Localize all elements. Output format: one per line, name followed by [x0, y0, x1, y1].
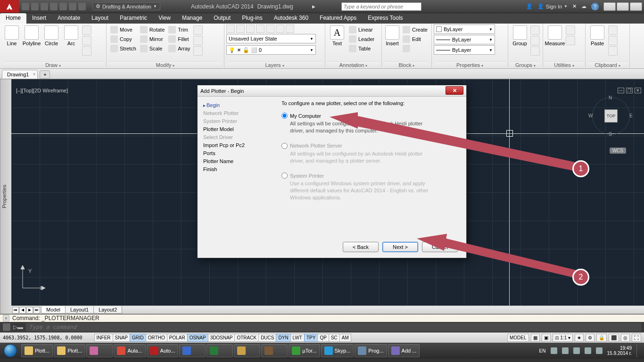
explode-button[interactable] — [193, 36, 203, 45]
toggle-am[interactable]: AM — [339, 334, 351, 342]
color-combo[interactable]: ByLayer▼ — [434, 25, 495, 34]
radio-network-server[interactable] — [281, 143, 288, 149]
edit-block-button[interactable]: Edit — [402, 35, 429, 43]
annotation-scale[interactable]: ⚖ 1:1 ▾ — [553, 334, 573, 342]
paste-button[interactable]: Paste — [587, 25, 607, 47]
insert-block-button[interactable]: Insert — [384, 25, 401, 47]
taskbar-item[interactable]: Plott... — [21, 344, 53, 357]
qat-redo-icon[interactable] — [78, 3, 86, 10]
ribbon-tab-a360[interactable]: Autodesk 360 — [268, 13, 314, 24]
toggle-qp[interactable]: QP — [317, 334, 329, 342]
taskbar-item[interactable] — [179, 344, 206, 357]
leader-button[interactable]: Leader — [348, 35, 375, 43]
document-tab[interactable]: Drawing1× — [2, 70, 38, 79]
viewcube[interactable]: TOP N S E W — [592, 97, 630, 135]
toggle-snap[interactable]: SNAP — [113, 334, 130, 342]
minimize-button[interactable]: — — [603, 2, 616, 11]
layer-match-icon[interactable] — [286, 25, 294, 33]
ungroup-button[interactable] — [530, 25, 540, 35]
panel-title-block[interactable]: Block — [384, 61, 429, 68]
cmd-options-icon[interactable] — [3, 323, 10, 331]
quick-calc-button[interactable] — [566, 36, 575, 45]
help-search-input[interactable] — [341, 2, 421, 11]
fillet-button[interactable]: Fillet — [167, 35, 191, 43]
linear-dim-button[interactable]: Linear — [348, 25, 375, 34]
layer-freeze-icon[interactable] — [256, 25, 264, 33]
offset-button[interactable] — [193, 46, 203, 56]
taskbar-item[interactable]: Aula... — [114, 344, 145, 357]
radio-system-printer[interactable] — [281, 173, 288, 179]
taskbar-item[interactable] — [206, 344, 233, 357]
polyline-button[interactable]: Polyline — [22, 25, 41, 47]
layer-prop-icon[interactable] — [226, 25, 235, 33]
back-button[interactable]: < Back — [343, 242, 379, 252]
tab-layout2[interactable]: Layout2 — [93, 306, 122, 313]
close-tab-icon[interactable]: × — [33, 72, 36, 77]
tray-action-icon[interactable] — [585, 347, 591, 354]
panel-title-modify[interactable]: Modify — [108, 61, 222, 68]
app-menu-button[interactable] — [0, 0, 19, 13]
taskbar-item[interactable]: Skyp... — [321, 344, 354, 357]
ribbon-tab-insert[interactable]: Insert — [26, 13, 52, 24]
table-button[interactable]: Table — [348, 44, 375, 53]
toggle-polar[interactable]: POLAR — [167, 334, 188, 342]
group-edit-button[interactable] — [530, 36, 540, 45]
ribbon-tab-output[interactable]: Output — [208, 13, 236, 24]
new-tab-button[interactable]: + — [40, 70, 50, 79]
taskbar-item[interactable]: Plott... — [54, 344, 85, 357]
doc-close-button[interactable]: ✕ — [635, 88, 641, 93]
ribbon-tab-annotate[interactable]: Annotate — [52, 13, 86, 24]
layer-lock-icon[interactable] — [266, 25, 274, 33]
workspace-selector[interactable]: ⚙ Drafting & Annotation ▼ — [92, 2, 160, 10]
ribbon-tab-featured[interactable]: Featured Apps — [314, 13, 362, 24]
toggle-infer[interactable]: INFER — [94, 334, 113, 342]
circle-button[interactable]: Circle — [41, 25, 61, 47]
copy-clip-button[interactable] — [608, 36, 618, 45]
doc-minimize-button[interactable]: — — [618, 88, 624, 93]
line-button[interactable]: Line — [2, 25, 22, 47]
show-desktop-button[interactable] — [636, 344, 640, 357]
close-cmd-history-icon[interactable]: × — [3, 315, 9, 321]
qat-plot-icon[interactable] — [59, 3, 67, 10]
doc-restore-button[interactable]: ❐ — [626, 88, 633, 93]
edit-attrib-button[interactable] — [402, 44, 429, 53]
panel-title-draw[interactable]: Draw — [2, 61, 104, 68]
quickview-layouts-icon[interactable]: ▦ — [531, 334, 540, 342]
ribbon-tab-layout[interactable]: Layout — [86, 13, 114, 24]
toggle-tpy[interactable]: TPY — [304, 334, 318, 342]
language-indicator[interactable]: EN — [539, 348, 546, 354]
taskbar-item[interactable]: µTor... — [289, 344, 320, 357]
measure-button[interactable]: Measure — [545, 25, 565, 47]
stretch-button[interactable]: Stretch — [109, 44, 137, 53]
toggle-3dosnap[interactable]: 3DOSNAP — [208, 334, 235, 342]
qat-open-icon[interactable] — [31, 3, 39, 10]
sign-in-button[interactable]: 👤Sign In▼ — [537, 3, 568, 9]
dialog-titlebar[interactable]: Add Plotter - Begin ✕ — [198, 85, 466, 97]
quickview-drawings-icon[interactable]: ▣ — [542, 334, 551, 342]
cut-button[interactable] — [608, 25, 618, 35]
exchange-icon[interactable]: ✕ — [572, 3, 577, 9]
rect-button[interactable] — [82, 25, 91, 35]
toggle-grid[interactable]: GRID — [130, 334, 146, 342]
lock-ui-icon[interactable]: 🔒 — [596, 334, 607, 342]
layer-off-icon[interactable] — [276, 25, 284, 33]
tab-model[interactable]: Model — [41, 306, 66, 313]
layer-states-icon[interactable] — [236, 25, 245, 33]
ribbon-tab-home[interactable]: Home — [0, 13, 26, 24]
select-all-button[interactable] — [566, 25, 575, 35]
toggle-sc[interactable]: SC — [329, 334, 340, 342]
taskbar-item[interactable] — [261, 344, 288, 357]
create-block-button[interactable]: Create — [402, 25, 429, 34]
start-button[interactable] — [0, 343, 21, 359]
lineweight-combo[interactable]: ByLayer▼ — [434, 35, 495, 44]
copy-button[interactable]: Copy — [109, 35, 137, 43]
hardware-accel-icon[interactable]: ⬛ — [609, 334, 619, 342]
panel-title-layers[interactable]: Layers — [226, 61, 323, 68]
taskbar-clock[interactable]: 19:4915.9.2014 г. — [607, 346, 632, 356]
tray-flag-icon[interactable] — [551, 347, 557, 354]
panel-title-annotation[interactable]: Annotation — [327, 61, 380, 68]
hatch-button[interactable] — [82, 46, 91, 56]
ribbon-tab-view[interactable]: View — [153, 13, 176, 24]
panel-title-groups[interactable]: Groups — [510, 61, 541, 68]
qat-saveas-icon[interactable] — [50, 3, 58, 10]
